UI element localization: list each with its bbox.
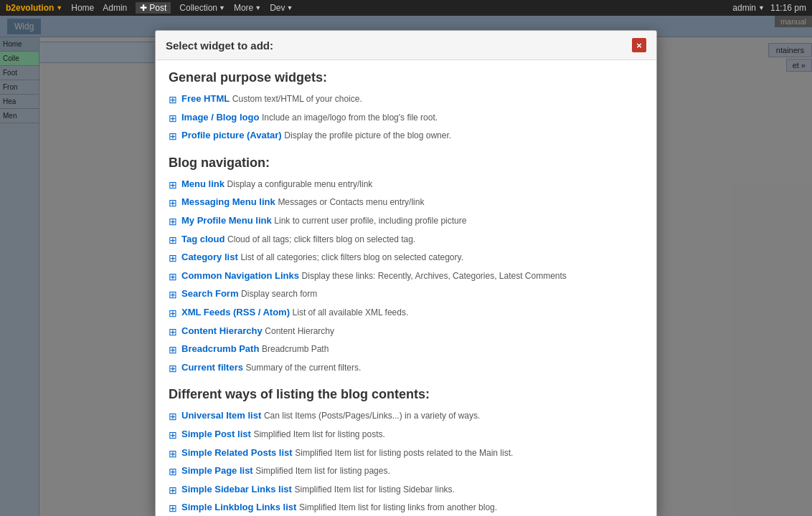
widget-desc-xml-feeds: List of all available XML feeds. xyxy=(293,307,409,317)
widget-desc-simple-related-posts: Simplified Item list for listing posts r… xyxy=(295,448,513,458)
nav-more-label: More xyxy=(234,3,253,13)
brand[interactable]: b2evolution ▼ xyxy=(6,3,62,13)
widget-item-universal-item-list: ⊞ Universal Item list Can list Items (Po… xyxy=(169,409,643,424)
plus-icon-simple-related-posts[interactable]: ⊞ xyxy=(169,447,177,462)
widget-link-xml-feeds[interactable]: XML Feeds (RSS / Atom) xyxy=(181,307,290,317)
widget-item-simple-linkblog-links: ⊞ Simple Linkblog Links list Simplified … xyxy=(169,501,643,516)
plus-icon-universal-item-list[interactable]: ⊞ xyxy=(169,410,177,424)
plus-icon-profile-picture[interactable]: ⊞ xyxy=(169,130,177,144)
brand-chevron: ▼ xyxy=(56,4,62,11)
section-title-listing: Different ways of listing the blog conte… xyxy=(169,387,643,402)
widget-link-content-hierarchy[interactable]: Content Hierarchy xyxy=(181,325,263,336)
nav-collection-label: Collection xyxy=(179,3,217,13)
widget-link-universal-item-list[interactable]: Universal Item list xyxy=(181,410,261,421)
plus-icon-common-nav[interactable]: ⊞ xyxy=(169,270,177,285)
modal-close-button[interactable]: × xyxy=(632,38,646,52)
nav-dev-label: Dev xyxy=(270,3,285,13)
plus-icon-simple-sidebar-links[interactable]: ⊞ xyxy=(169,484,177,498)
widget-link-simple-post-list[interactable]: Simple Post list xyxy=(181,429,251,439)
nav-right: admin ▼ 11:16 pm xyxy=(732,3,806,13)
plus-icon-search-form[interactable]: ⊞ xyxy=(169,288,177,302)
widget-desc-menu-link: Display a configurable menu entry/link xyxy=(227,179,373,189)
widget-link-simple-related-posts[interactable]: Simple Related Posts list xyxy=(181,447,293,458)
time-display: 11:16 pm xyxy=(770,3,806,13)
widget-item-free-html: ⊞ Free HTML Custom text/HTML of your cho… xyxy=(169,92,643,108)
bg-page: Widg Home + ntainers et » manual Home Co… xyxy=(0,16,812,516)
plus-icon-my-profile-menu[interactable]: ⊞ xyxy=(169,215,177,229)
plus-icon-category-list[interactable]: ⊞ xyxy=(169,252,177,266)
widget-link-menu-link[interactable]: Menu link xyxy=(181,178,225,189)
widget-item-content-hierarchy: ⊞ Content Hierarchy Content Hierarchy xyxy=(169,325,643,340)
widget-link-breadcrumb-path[interactable]: Breadcrumb Path xyxy=(181,343,259,354)
nav-dev[interactable]: Dev ▼ xyxy=(270,3,293,13)
nav-more[interactable]: More ▼ xyxy=(234,3,261,13)
widget-desc-profile-picture: Display the profile picture of the blog … xyxy=(284,130,451,140)
plus-icon-simple-page-list[interactable]: ⊞ xyxy=(169,465,177,479)
widget-desc-common-nav: Display these links: Recently, Archives,… xyxy=(302,271,567,281)
widget-desc-image-blog-logo: Include an image/logo from the blog's fi… xyxy=(262,113,438,123)
widget-desc-current-filters: Summary of the current filters. xyxy=(246,363,362,373)
nav-home-label: Home xyxy=(71,3,94,13)
more-chevron: ▼ xyxy=(255,4,261,11)
section-title-blog-nav: Blog navigation: xyxy=(169,156,643,171)
widget-item-messaging-menu: ⊞ Messaging Menu link Messages or Contac… xyxy=(169,196,643,211)
modal: Select widget to add: × General purpose … xyxy=(155,30,657,516)
widget-item-tag-cloud: ⊞ Tag cloud Cloud of all tags; click fil… xyxy=(169,233,643,248)
widget-desc-category-list: List of all categories; click filters bl… xyxy=(240,252,463,262)
plus-icon-tag-cloud[interactable]: ⊞ xyxy=(169,234,177,248)
widget-link-common-nav[interactable]: Common Navigation Links xyxy=(181,270,299,281)
plus-icon-menu-link[interactable]: ⊞ xyxy=(169,178,177,193)
widget-item-breadcrumb-path: ⊞ Breadcrumb Path Breadcrumb Path xyxy=(169,343,643,358)
widget-link-profile-picture[interactable]: Profile picture (Avatar) xyxy=(181,130,282,140)
section-title-general: General purpose widgets: xyxy=(169,70,643,85)
section-blog-nav-widgets: ⊞ Menu link Display a configurable menu … xyxy=(169,178,643,376)
brand-label: b2evolution xyxy=(6,3,54,13)
modal-body: General purpose widgets: ⊞ Free HTML Cus… xyxy=(156,60,656,516)
widget-desc-free-html: Custom text/HTML of your choice. xyxy=(232,94,362,104)
widget-item-image-blog-logo: ⊞ Image / Blog logo Include an image/log… xyxy=(169,111,643,126)
admin-label: admin xyxy=(732,3,756,13)
nav-post-label: Post xyxy=(149,3,166,13)
widget-link-simple-linkblog-links[interactable]: Simple Linkblog Links list xyxy=(181,502,296,512)
widget-item-category-list: ⊞ Category list List of all categories; … xyxy=(169,251,643,266)
widget-desc-search-form: Display search form xyxy=(241,289,317,299)
plus-icon-content-hierarchy[interactable]: ⊞ xyxy=(169,325,177,340)
widget-link-tag-cloud[interactable]: Tag cloud xyxy=(181,234,225,244)
modal-header: Select widget to add: × xyxy=(156,31,656,60)
widget-desc-simple-page-list: Simplified Item list for listing pages. xyxy=(255,466,390,476)
widget-item-current-filters: ⊞ Current filters Summary of the current… xyxy=(169,361,643,376)
plus-icon-xml-feeds[interactable]: ⊞ xyxy=(169,307,177,321)
modal-overlay: Select widget to add: × General purpose … xyxy=(0,16,812,516)
post-plus-icon: ✚ xyxy=(140,3,147,13)
plus-icon-breadcrumb-path[interactable]: ⊞ xyxy=(169,343,177,358)
widget-item-simple-post-list: ⊞ Simple Post list Simplified Item list … xyxy=(169,428,643,443)
widget-link-free-html[interactable]: Free HTML xyxy=(181,93,230,104)
plus-icon-messaging-menu[interactable]: ⊞ xyxy=(169,196,177,211)
nav-admin-label: Admin xyxy=(103,3,127,13)
widget-desc-tag-cloud: Cloud of all tags; click filters blog on… xyxy=(227,234,415,244)
plus-icon-simple-linkblog-links[interactable]: ⊞ xyxy=(169,502,177,516)
widget-item-simple-related-posts: ⊞ Simple Related Posts list Simplified I… xyxy=(169,446,643,462)
plus-icon-simple-post-list[interactable]: ⊞ xyxy=(169,429,177,443)
widget-link-messaging-menu[interactable]: Messaging Menu link xyxy=(181,196,275,207)
plus-icon-current-filters[interactable]: ⊞ xyxy=(169,362,177,376)
widget-link-simple-page-list[interactable]: Simple Page list xyxy=(181,465,253,476)
admin-link[interactable]: admin ▼ xyxy=(732,3,765,13)
widget-link-current-filters[interactable]: Current filters xyxy=(181,362,243,373)
nav-post[interactable]: ✚ Post xyxy=(136,2,171,14)
nav-collection[interactable]: Collection ▼ xyxy=(179,3,225,13)
widget-link-search-form[interactable]: Search Form xyxy=(181,288,238,299)
widget-link-simple-sidebar-links[interactable]: Simple Sidebar Links list xyxy=(181,484,292,494)
widget-item-simple-page-list: ⊞ Simple Page list Simplified Item list … xyxy=(169,464,643,479)
plus-icon-image-blog-logo[interactable]: ⊞ xyxy=(169,112,177,126)
plus-icon-free-html[interactable]: ⊞ xyxy=(169,93,177,108)
widget-desc-simple-linkblog-links: Simplified Item list for listing links f… xyxy=(299,502,497,512)
section-listing-widgets: ⊞ Universal Item list Can list Items (Po… xyxy=(169,409,643,516)
widget-link-category-list[interactable]: Category list xyxy=(181,252,238,262)
widget-link-my-profile-menu[interactable]: My Profile Menu link xyxy=(181,215,272,226)
nav-admin[interactable]: Admin xyxy=(103,3,127,13)
nav-home[interactable]: Home xyxy=(71,3,94,13)
modal-title: Select widget to add: xyxy=(166,39,273,52)
widget-desc-simple-post-list: Simplified Item list for listing posts. xyxy=(253,429,384,439)
widget-link-image-blog-logo[interactable]: Image / Blog logo xyxy=(181,112,259,123)
